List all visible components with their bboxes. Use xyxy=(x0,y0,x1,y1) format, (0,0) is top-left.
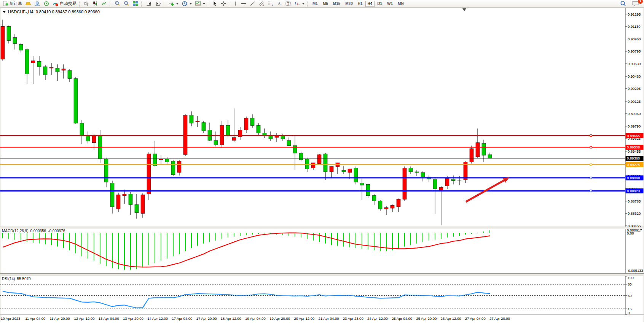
svg-text:E: E xyxy=(263,4,264,6)
search-icon xyxy=(620,0,626,7)
cursor-button[interactable] xyxy=(211,0,219,7)
autotrade-icon xyxy=(53,1,59,6)
gold-icon xyxy=(25,1,31,6)
chevron-down-icon xyxy=(203,3,205,5)
toolbar: 新订单 自动交易 xyxy=(0,0,644,8)
bar-chart-icon xyxy=(84,1,89,6)
template-icon xyxy=(195,1,201,6)
autotrade-label: 自动交易 xyxy=(60,1,77,6)
auto-scroll-button[interactable] xyxy=(144,0,153,7)
fibonacci-icon: F xyxy=(268,1,274,6)
rsi-header: RSI(14) 55.5070 xyxy=(2,277,31,281)
add-indicator-button[interactable] xyxy=(167,0,180,7)
zoom-in-icon xyxy=(114,1,120,6)
svg-text:T: T xyxy=(287,2,290,6)
tile-windows-button[interactable] xyxy=(131,0,140,7)
shapes-button[interactable] xyxy=(293,0,306,7)
template-button[interactable] xyxy=(193,0,207,7)
auto-scroll-icon xyxy=(146,1,152,6)
svg-text:A: A xyxy=(278,2,281,6)
autotrade-button[interactable]: 自动交易 xyxy=(51,0,78,7)
macd-signal-value: -0.000376 xyxy=(48,229,65,233)
pane-splitter[interactable] xyxy=(0,227,644,229)
candle-chart-icon xyxy=(92,1,98,6)
timeframe-button-h1[interactable]: H1 xyxy=(355,1,365,7)
zoom-in-button[interactable] xyxy=(113,0,122,7)
chevron-down-icon xyxy=(176,3,179,5)
toolbar-separator xyxy=(110,1,112,6)
crosshair-icon xyxy=(221,1,226,6)
pane-splitter[interactable] xyxy=(0,273,644,276)
chart-shift-icon xyxy=(155,1,161,6)
trendline-icon xyxy=(250,1,255,6)
rsi-value: 55.5070 xyxy=(17,277,30,281)
fibonacci-button[interactable]: F xyxy=(266,0,275,7)
toolbar-separator xyxy=(164,1,166,6)
new-order-button[interactable]: 新订单 xyxy=(1,0,24,7)
macd-label: MACD(12,26,9) xyxy=(2,229,28,233)
toolbar-separator xyxy=(79,1,81,6)
cursor-icon xyxy=(212,1,218,6)
periods-clock-icon xyxy=(182,1,188,6)
vline-icon xyxy=(233,1,238,6)
timeframe-button-d1[interactable]: D1 xyxy=(375,1,384,7)
broadcast-button[interactable] xyxy=(42,0,51,7)
chevron-down-icon xyxy=(302,3,304,5)
hline-icon xyxy=(241,1,247,6)
text-icon: A xyxy=(277,1,282,6)
crosshair-button[interactable] xyxy=(219,0,228,7)
tile-windows-icon xyxy=(132,1,139,6)
publish-icon xyxy=(34,1,40,6)
candle-chart-button[interactable] xyxy=(91,0,100,7)
label-button[interactable]: T xyxy=(284,0,293,7)
time-axis[interactable] xyxy=(0,315,625,322)
gold-button[interactable] xyxy=(24,0,33,7)
broadcast-icon xyxy=(43,1,49,6)
line-chart-icon xyxy=(101,1,107,6)
toolbar-separator xyxy=(141,1,143,6)
timeframe-button-mn[interactable]: MN xyxy=(395,1,406,7)
timeframe-button-m5[interactable]: M5 xyxy=(320,1,330,7)
svg-text:F: F xyxy=(272,4,273,6)
periods-button[interactable] xyxy=(180,0,193,7)
trading-terminal-window: 新订单 自动交易 xyxy=(0,0,644,324)
price-axis[interactable] xyxy=(626,8,644,314)
chat-button[interactable]: 1 xyxy=(630,0,641,7)
shapes-icon xyxy=(294,1,300,6)
zoom-out-icon xyxy=(123,1,129,6)
text-button[interactable]: A xyxy=(275,0,284,7)
timeframe-switcher: M1M5M15M30H1H4D1W1MN xyxy=(310,1,406,7)
notification-badge: 1 xyxy=(638,0,643,4)
timeframe-button-h4[interactable]: H4 xyxy=(365,1,375,7)
hline-button[interactable] xyxy=(239,0,248,7)
new-order-label: 新订单 xyxy=(10,1,22,6)
line-chart-button[interactable] xyxy=(100,0,108,7)
timeframe-button-m30[interactable]: M30 xyxy=(343,1,355,7)
trendline-button[interactable] xyxy=(248,0,257,7)
symbol-period-label: USDCHF-,H4 xyxy=(8,10,33,14)
toolbar-separator xyxy=(307,1,309,6)
publish-button[interactable] xyxy=(33,0,42,7)
label-icon: T xyxy=(285,1,291,6)
toolbar-separator xyxy=(208,1,210,6)
zoom-out-button[interactable] xyxy=(122,0,131,7)
add-indicator-icon xyxy=(168,1,174,6)
quote-bar[interactable]: USDCHF-,H4 0.89410 0.89437 0.89360 0.893… xyxy=(3,10,100,14)
ohlc-quote: 0.89410 0.89437 0.89360 0.89360 xyxy=(36,10,100,14)
chevron-down-icon xyxy=(190,3,192,5)
vline-button[interactable] xyxy=(232,0,239,7)
timeframe-button-w1[interactable]: W1 xyxy=(385,1,395,7)
channel-button[interactable]: E xyxy=(257,0,266,7)
channel-icon: E xyxy=(258,1,265,6)
chart-shift-button[interactable] xyxy=(153,0,163,7)
search-button[interactable] xyxy=(618,0,628,7)
macd-header: MACD(12,26,9) 0.000356 -0.000376 xyxy=(2,229,65,233)
toolbar-right-group: 1 xyxy=(618,0,643,7)
chevron-down-icon xyxy=(3,11,6,13)
timeframe-button-m1[interactable]: M1 xyxy=(310,1,320,7)
timeframe-button-m15[interactable]: M15 xyxy=(331,1,343,7)
macd-value: 0.000356 xyxy=(30,229,46,233)
bar-chart-button[interactable] xyxy=(82,0,91,7)
toolbar-separator xyxy=(229,1,231,6)
rsi-label: RSI(14) xyxy=(2,277,15,281)
